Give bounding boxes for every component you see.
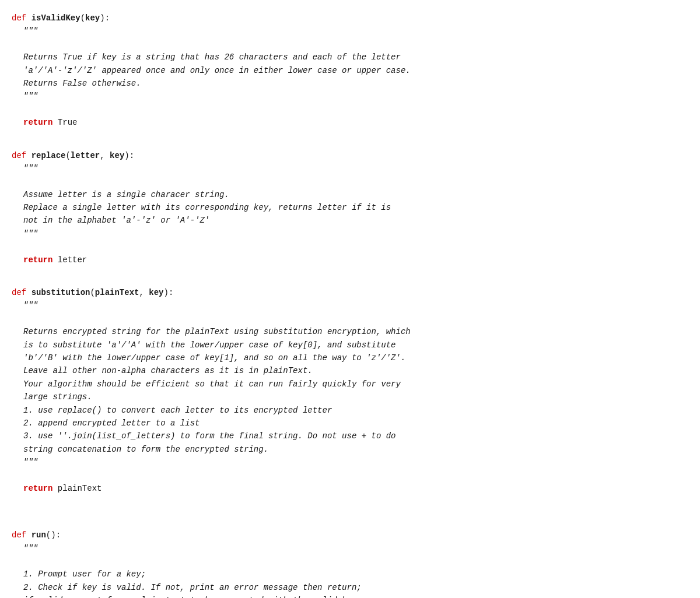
gap-1 [12, 135, 688, 149]
docstring-close-1: """ [12, 90, 688, 103]
docstring-line-3-8: 2. append encrypted letter to a list [12, 417, 688, 430]
gap-3b [12, 515, 688, 529]
blank-line-2 [12, 103, 688, 116]
function-replace: def replace(letter, key): """ Assume let… [12, 149, 688, 267]
blank-line [12, 38, 688, 51]
docstring-open-1: """ [12, 24, 688, 37]
docstring-line-3-9: 3. use ''.join(list_of_letters) to form … [12, 430, 688, 442]
fn-paren: ( [80, 13, 85, 23]
def-keyword: def [12, 13, 26, 23]
return-val-3: plainText [58, 484, 102, 493]
docstring-line-2-2: Replace a single letter with its corresp… [12, 201, 688, 214]
docstring-line-4-3: if valid, prompt for a plain text to be … [12, 594, 688, 598]
blank-line-5 [12, 312, 688, 325]
fn-paren-4: ( [46, 530, 51, 540]
fn-paren-close-4: ) [51, 530, 55, 540]
return-keyword-1: return [23, 118, 52, 127]
fn-name-run: run [32, 530, 46, 540]
colon: : [105, 13, 110, 23]
comma-1: , [100, 151, 110, 160]
fn-paren-2: ( [65, 151, 70, 160]
docstring-line-3-4: Leave all other non-alpha characters as … [12, 364, 688, 377]
docstring-open-4: """ [12, 542, 688, 555]
blank-line-3 [12, 175, 688, 188]
docstring-line-3-10: string concatenation to form the encrypt… [12, 443, 688, 456]
docstring-open-3: """ [12, 299, 688, 312]
blank-line-4 [12, 240, 688, 253]
param-plaintext: plainText [95, 288, 139, 297]
def-keyword-3: def [12, 288, 26, 297]
return-val-1: True [58, 118, 78, 127]
param-key-2: key [110, 151, 124, 160]
docstring-line-4-1: 1. Prompt user for a key; [12, 568, 688, 581]
param-key: key [85, 13, 100, 23]
return-val-2: letter [58, 255, 87, 265]
colon-4: : [56, 530, 61, 540]
docstring-line-1-2: 'a'/'A'-'z'/'Z' appeared once and only o… [12, 64, 688, 77]
param-key-3: key [149, 288, 163, 297]
function-substitution: def substitution(plainText, key): """ Re… [12, 286, 688, 495]
docstring-close-3: """ [12, 456, 688, 469]
blank-line-7 [12, 555, 688, 568]
param-letter: letter [71, 151, 100, 160]
colon-3: : [169, 288, 173, 297]
return-replace: return letter [12, 254, 688, 266]
def-keyword-2: def [12, 151, 26, 160]
function-isvalidkey: def isValidKey(key): """ Returns True if… [12, 12, 688, 129]
gap-2 [12, 272, 688, 286]
fn-signature-isvalidkey: def isValidKey(key): [12, 12, 688, 24]
docstring-line-3-3: 'b'/'B' with the lower/upper case of key… [12, 351, 688, 364]
code-container: def isValidKey(key): """ Returns True if… [0, 6, 700, 598]
fn-paren-close-2: ) [124, 151, 129, 160]
fn-signature-substitution: def substitution(plainText, key): [12, 286, 688, 299]
colon-2: : [130, 151, 134, 160]
return-keyword-3: return [23, 484, 52, 493]
def-keyword-4: def [12, 530, 26, 540]
docstring-line-4-2: 2. Check if key is valid. If not, print … [12, 581, 688, 594]
docstring-line-1-1: Returns True if key is a string that has… [12, 51, 688, 64]
fn-paren-close: ) [100, 13, 104, 23]
fn-paren-close-3: ) [164, 288, 169, 297]
fn-signature-run: def run(): [12, 529, 688, 541]
fn-signature-replace: def replace(letter, key): [12, 149, 688, 162]
docstring-line-2-3: not in the alphabet 'a'-'z' or 'A'-'Z' [12, 214, 688, 227]
return-substitution: return plainText [12, 482, 688, 495]
fn-name-replace: replace [32, 151, 66, 160]
return-isvalidkey: return True [12, 116, 688, 129]
return-keyword-2: return [23, 255, 52, 265]
docstring-line-3-5: Your algorithm should be efficient so th… [12, 378, 688, 391]
docstring-line-3-1: Returns encrypted string for the plainTe… [12, 325, 688, 338]
docstring-line-3-6: large strings. [12, 391, 688, 403]
docstring-close-2: """ [12, 227, 688, 240]
fn-name-isvalidkey: isValidKey [32, 13, 80, 23]
gap-3 [12, 501, 688, 515]
docstring-line-3-7: 1. use replace() to convert each letter … [12, 404, 688, 417]
docstring-line-3-2: is to substitute 'a'/'A' with the lower/… [12, 339, 688, 351]
function-run: def run(): """ 1. Prompt user for a key;… [12, 529, 688, 598]
blank-line-6 [12, 469, 688, 482]
fn-name-substitution: substitution [32, 288, 90, 297]
docstring-open-2: """ [12, 162, 688, 175]
comma-2: , [139, 288, 149, 297]
docstring-line-2-1: Assume letter is a single characer strin… [12, 188, 688, 201]
fn-paren-3: ( [90, 288, 94, 297]
docstring-line-1-3: Returns False otherwise. [12, 77, 688, 90]
